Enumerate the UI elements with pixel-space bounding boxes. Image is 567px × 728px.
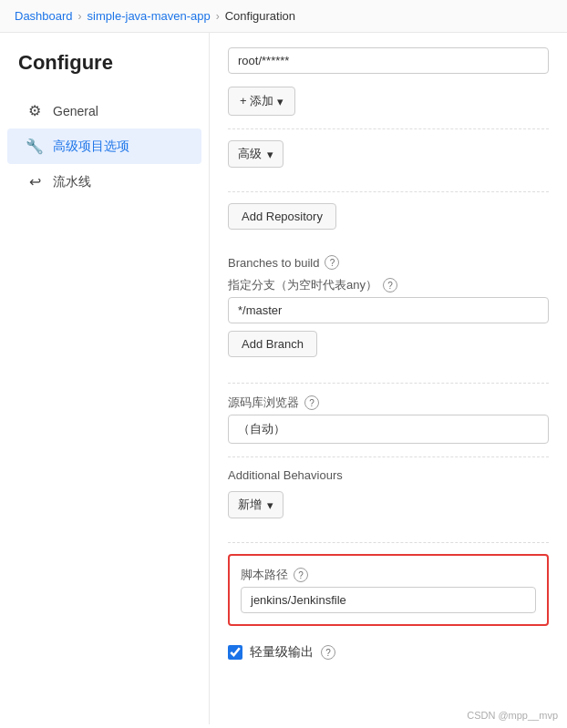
branch-specifier-label: 指定分支（为空时代表any） ? [228, 277, 549, 293]
credentials-value: root/****** [228, 47, 549, 74]
pipeline-icon: ↩ [26, 173, 44, 190]
script-path-label: 脚本路径 ? [241, 567, 536, 583]
divider-2 [228, 191, 549, 192]
lightweight-checkbox[interactable] [228, 645, 242, 660]
divider-3 [228, 383, 549, 384]
source-browser-label: 源码库浏览器 ? [228, 395, 549, 411]
source-browser-group: 源码库浏览器 ? （自动） [228, 395, 549, 444]
advanced-chevron-icon: ▾ [267, 148, 273, 161]
wrench-icon: 🔧 [26, 138, 44, 155]
lightweight-help-icon[interactable]: ? [321, 645, 335, 660]
watermark: CSDN @mpp__mvp [467, 710, 558, 721]
new-chevron-icon: ▾ [267, 498, 273, 512]
gear-icon: ⚙ [26, 102, 44, 119]
sidebar-item-pipeline-label: 流水线 [53, 174, 91, 190]
branch-specifier-help-icon[interactable]: ? [383, 278, 397, 292]
additional-behaviours-group: Additional Behaviours 新增 ▾ [228, 468, 549, 529]
additional-behaviours-label: Additional Behaviours [228, 468, 549, 482]
sidebar-item-general[interactable]: ⚙ General [7, 93, 201, 128]
sidebar-item-general-label: General [53, 104, 98, 118]
advanced-button-label: 高级 [238, 146, 262, 162]
lightweight-row: 轻量级输出 ? [228, 644, 549, 661]
sidebar-item-advanced[interactable]: 🔧 高级项目选项 [7, 128, 201, 164]
script-path-section: 脚本路径 ? jenkins/Jenkinsfile [228, 554, 549, 626]
advanced-button[interactable]: 高级 ▾ [228, 140, 284, 168]
credentials-group: root/****** [228, 47, 549, 74]
add-repository-label: Add Repository [242, 210, 323, 223]
script-path-input[interactable]: jenkins/Jenkinsfile [241, 587, 536, 613]
divider-4 [228, 456, 549, 457]
sidebar: Configure ⚙ General 🔧 高级项目选项 ↩ 流水线 [0, 33, 210, 724]
lightweight-label: 轻量级输出 [250, 644, 314, 661]
source-browser-value[interactable]: （自动） [228, 415, 549, 444]
breadcrumb-current: Configuration [225, 9, 295, 23]
main-content: root/****** + 添加 ▾ 高级 ▾ Add Repository [210, 33, 567, 724]
add-repository-button[interactable]: Add Repository [228, 203, 336, 230]
add-repository-group: Add Repository [228, 203, 549, 242]
branch-value[interactable]: */master [228, 297, 549, 323]
add-button-label: + 添加 [240, 93, 273, 109]
add-button[interactable]: + 添加 ▾ [228, 87, 295, 116]
new-button[interactable]: 新增 ▾ [228, 491, 284, 518]
branches-label: Branches to build ? [228, 255, 549, 270]
branches-help-icon[interactable]: ? [325, 255, 339, 270]
breadcrumb-sep-1: › [78, 10, 82, 23]
breadcrumb-dashboard[interactable]: Dashboard [15, 9, 73, 23]
divider-1 [228, 128, 549, 129]
sidebar-item-advanced-label: 高级项目选项 [53, 138, 129, 155]
dropdown-chevron-icon: ▾ [277, 95, 284, 108]
add-button-group: + 添加 ▾ [228, 87, 549, 116]
sidebar-item-pipeline[interactable]: ↩ 流水线 [7, 164, 201, 200]
add-branch-label: Add Branch [242, 337, 304, 351]
advanced-group: 高级 ▾ [228, 140, 549, 179]
breadcrumb-sep-2: › [216, 10, 220, 23]
breadcrumb-project[interactable]: simple-java-maven-app [88, 9, 211, 23]
new-button-label: 新增 [238, 497, 262, 513]
divider-5 [228, 542, 549, 543]
add-branch-button[interactable]: Add Branch [228, 331, 317, 357]
source-browser-help-icon[interactable]: ? [304, 395, 319, 410]
branches-group: Branches to build ? 指定分支（为空时代表any） ? */m… [228, 255, 549, 370]
breadcrumb: Dashboard › simple-java-maven-app › Conf… [0, 0, 567, 33]
script-path-help-icon[interactable]: ? [294, 568, 308, 582]
sidebar-title: Configure [0, 51, 209, 93]
